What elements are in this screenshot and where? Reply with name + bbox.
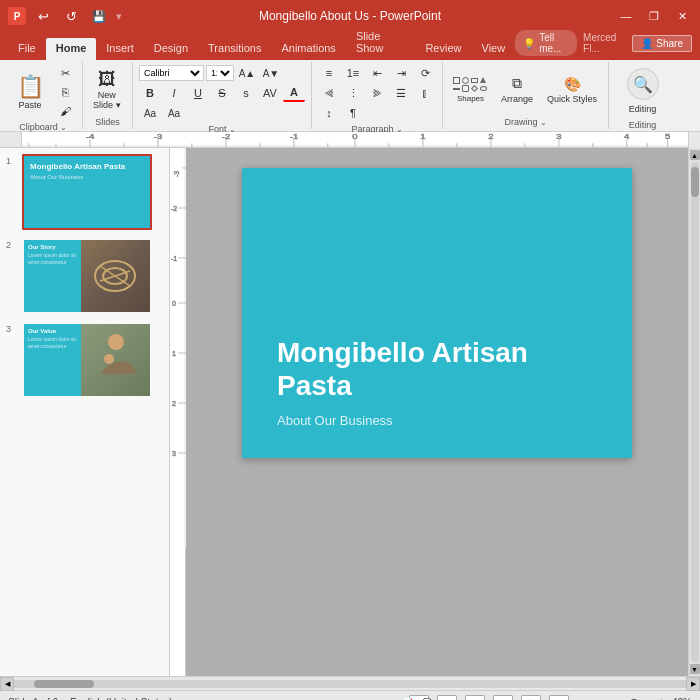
comments-button[interactable]: 💬 Comments — [437, 695, 457, 701]
scroll-track-v[interactable] — [691, 162, 699, 662]
font-color-button[interactable]: A — [283, 84, 305, 102]
slideshow-button[interactable]: ▶ — [549, 695, 569, 701]
slide-image-2 — [81, 240, 150, 312]
shape-triangle — [480, 77, 486, 83]
slide-content-2: Our Story Lorem ipsum dolor sit amet con… — [24, 240, 150, 312]
increase-font-button[interactable]: A▲ — [236, 64, 258, 82]
clipboard-expand-icon[interactable]: ⌄ — [60, 123, 67, 132]
svg-text:0: 0 — [352, 133, 358, 140]
tab-home[interactable]: Home — [46, 38, 97, 60]
reading-view-button[interactable]: 📖 — [521, 695, 541, 701]
shapes-button[interactable]: Shapes — [449, 65, 492, 115]
slide-image-3 — [81, 324, 150, 396]
scroll-left-button[interactable]: ◀ — [0, 677, 14, 691]
slide-sub-1: About Our Business — [30, 174, 144, 180]
main-slide-subtitle: About Our Business — [277, 413, 597, 428]
font-aa2-button[interactable]: Aa — [163, 104, 185, 122]
para-spacing-button[interactable]: ¶ — [342, 104, 364, 122]
slide-thumb-1[interactable]: 1 Mongibello Artisan Pasta About Our Bus… — [4, 152, 165, 232]
horizontal-scrollbar[interactable]: ◀ ▶ — [0, 676, 700, 690]
editing-label: Editing — [629, 104, 657, 114]
paragraph-content: ≡ 1≡ ⇤ ⇥ ⟳ ⫷ ⋮ ⫸ ☰ ⫿ ↕ ¶ — [318, 64, 436, 122]
font-name-select[interactable]: Calibri — [139, 65, 204, 81]
close-button[interactable]: ✕ — [672, 6, 692, 26]
font-name-row: Calibri 12 A▲ A▼ — [139, 64, 282, 82]
italic-button[interactable]: I — [163, 84, 185, 102]
slide-panel[interactable]: 1 Mongibello Artisan Pasta About Our Bus… — [0, 148, 170, 676]
slide-img-3: Our Value Lorem ipsum dolor sit amet con… — [22, 322, 152, 398]
slide-thumb-2[interactable]: 2 Our Story Lorem ipsum dolor sit amet c… — [4, 236, 165, 316]
smart-art-button[interactable]: ⟳ — [414, 64, 436, 82]
numbered-list-button[interactable]: 1≡ — [342, 64, 364, 82]
scroll-down-button[interactable]: ▼ — [690, 664, 700, 674]
slide-body-3: Lorem ipsum dolor sit amet consectetur — [28, 336, 83, 349]
svg-text:2: 2 — [172, 400, 176, 407]
account-label: Merced Fl... — [583, 32, 626, 54]
share-button[interactable]: 👤 Share — [632, 35, 692, 52]
columns-button[interactable]: ⫿ — [414, 84, 436, 102]
justify-button[interactable]: ☰ — [390, 84, 412, 102]
tab-file[interactable]: File — [8, 38, 46, 60]
tab-transitions[interactable]: Transitions — [198, 38, 271, 60]
canvas-area[interactable]: Mongibello Artisan Pasta About Our Busin… — [186, 148, 688, 676]
copy-button[interactable]: ⎘ — [54, 83, 76, 101]
font-aa-row: Aa Aa — [139, 104, 185, 122]
strikethrough-button[interactable]: S — [211, 84, 233, 102]
restore-button[interactable]: ❐ — [644, 6, 664, 26]
bold-button[interactable]: B — [139, 84, 161, 102]
decrease-font-button[interactable]: A▼ — [260, 64, 282, 82]
scroll-up-button[interactable]: ▲ — [690, 150, 700, 160]
undo-button[interactable]: ↩ — [32, 7, 54, 25]
find-button[interactable]: 🔍 — [627, 68, 659, 100]
shape-diamond — [471, 84, 478, 91]
scroll-track-h[interactable] — [14, 680, 686, 688]
shape-square — [453, 77, 460, 84]
char-spacing-button[interactable]: AV — [259, 84, 281, 102]
ruler-corner — [0, 132, 22, 148]
tab-design[interactable]: Design — [144, 38, 198, 60]
slide-img-1: Mongibello Artisan Pasta About Our Busin… — [22, 154, 152, 230]
line-spacing-button[interactable]: ↕ — [318, 104, 340, 122]
tell-me-input[interactable]: 💡 Tell me... — [515, 30, 577, 56]
font-aa-button[interactable]: Aa — [139, 104, 161, 122]
tab-slideshow[interactable]: Slide Show — [346, 26, 416, 60]
bullet-list-button[interactable]: ≡ — [318, 64, 340, 82]
align-center-button[interactable]: ⋮ — [342, 84, 364, 102]
format-painter-button[interactable]: 🖌 — [54, 102, 76, 120]
main-area: 1 Mongibello Artisan Pasta About Our Bus… — [0, 148, 700, 676]
tab-animations[interactable]: Animations — [271, 38, 345, 60]
quick-styles-button[interactable]: 🎨 Quick Styles — [542, 65, 602, 115]
scroll-right-button[interactable]: ▶ — [686, 677, 700, 691]
vertical-scrollbar[interactable]: ▲ ▼ — [688, 148, 700, 676]
slide-content-3: Our Value Lorem ipsum dolor sit amet con… — [24, 324, 150, 396]
slide-sorter-button[interactable]: ⊞ — [493, 695, 513, 701]
clipboard-group: 📋 Paste ✂ ⎘ 🖌 Clipboard ⌄ — [4, 62, 83, 129]
tab-insert[interactable]: Insert — [96, 38, 144, 60]
decrease-indent-button[interactable]: ⇤ — [366, 64, 388, 82]
horizontal-ruler: -4 -3 -2 -1 0 1 2 3 4 5 — [22, 132, 688, 148]
new-slide-button[interactable]: 🖼 New Slide ▾ — [89, 65, 125, 115]
normal-view-button[interactable]: ▦ — [465, 695, 485, 701]
align-left-button[interactable]: ⫷ — [318, 84, 340, 102]
svg-text:-2: -2 — [171, 205, 177, 212]
svg-point-37 — [108, 334, 124, 350]
slide-thumb-3[interactable]: 3 Our Value Lorem ipsum dolor sit amet c… — [4, 320, 165, 400]
redo-button[interactable]: ↺ — [60, 7, 82, 25]
tab-review[interactable]: Review — [415, 38, 471, 60]
underline-button[interactable]: U — [187, 84, 209, 102]
drawing-group: Shapes ⧉ Arrange 🎨 Quick Styles Drawing … — [443, 62, 609, 129]
ribbon-tab-right: 💡 Tell me... Merced Fl... 👤 Share — [515, 30, 692, 60]
drawing-expand-icon[interactable]: ⌄ — [540, 118, 547, 127]
arrange-button[interactable]: ⧉ Arrange — [496, 65, 538, 115]
minimize-button[interactable]: — — [616, 6, 636, 26]
save-button[interactable]: 💾 — [88, 7, 110, 25]
tab-view[interactable]: View — [472, 38, 516, 60]
font-size-select[interactable]: 12 — [206, 65, 234, 81]
paste-button[interactable]: 📋 Paste — [10, 70, 50, 114]
cut-button[interactable]: ✂ — [54, 64, 76, 82]
shadow-button[interactable]: s — [235, 84, 257, 102]
scroll-thumb-v[interactable] — [691, 167, 699, 197]
increase-indent-button[interactable]: ⇥ — [390, 64, 412, 82]
scroll-thumb-h[interactable] — [34, 680, 94, 688]
align-right-button[interactable]: ⫸ — [366, 84, 388, 102]
